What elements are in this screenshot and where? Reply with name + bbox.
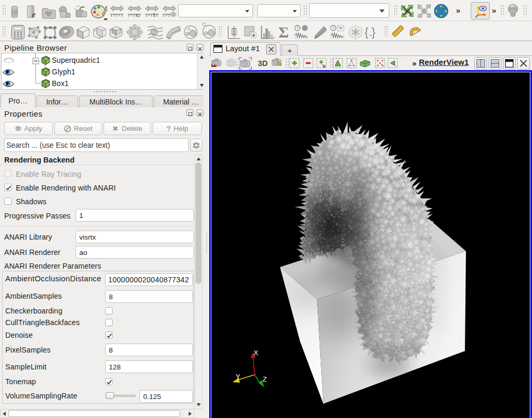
svg-text:X: X [254,349,258,357]
svg-text:Z: Z [263,375,267,383]
svg-text:e: e [32,10,36,19]
svg-text:c: c [136,12,139,18]
svg-text:t: t [153,12,155,18]
svg-text:Y: Y [236,373,240,381]
